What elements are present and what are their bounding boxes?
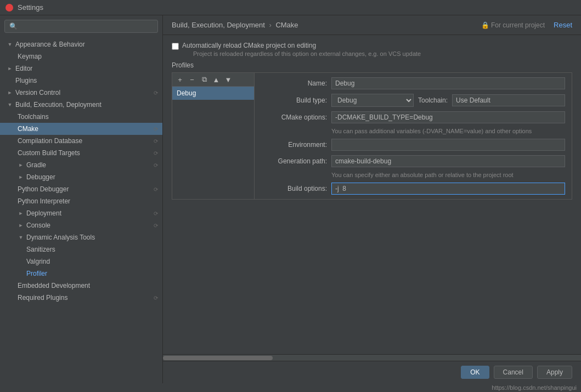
sidebar-item-label: Editor: [15, 65, 32, 72]
sidebar-item-plugins[interactable]: Plugins: [0, 75, 162, 87]
sidebar-item-custom-build[interactable]: Custom Build Targets ⟳: [0, 147, 162, 159]
profiles-section: Profiles + − ⧉ ▲ ▼: [172, 61, 572, 200]
sidebar-item-cmake[interactable]: CMake ⟳: [0, 123, 162, 135]
profile-item[interactable]: Debug: [172, 87, 254, 100]
sidebar-item-keymap[interactable]: Keymap: [0, 50, 162, 63]
sidebar-item-label: Keymap: [18, 53, 42, 60]
cmake-options-hint: You can pass additional variables (-DVAR…: [331, 128, 565, 134]
apply-button[interactable]: Apply: [537, 366, 572, 379]
environment-row: Environment:: [261, 139, 565, 151]
sidebar-item-label: Gradle: [26, 161, 46, 169]
expand-arrow: [18, 162, 24, 168]
sidebar-item-label: Python Debugger: [18, 185, 69, 193]
add-profile-button[interactable]: +: [174, 74, 185, 85]
sidebar-item-label: Profiler: [26, 270, 47, 277]
name-field[interactable]: [331, 77, 565, 89]
build-type-wrap: Debug Toolchain: Use Default: [331, 94, 565, 107]
remove-profile-button[interactable]: −: [187, 74, 198, 85]
breadcrumb-separator: ›: [269, 21, 271, 29]
status-bar: https://blog.csdn.net/shanpingui: [0, 383, 581, 392]
sidebar-item-python-debugger[interactable]: Python Debugger ⟳: [0, 183, 162, 195]
expand-arrow: [7, 41, 13, 48]
build-type-label: Build type:: [261, 96, 327, 104]
expand-arrow: [7, 101, 13, 108]
sidebar-item-profiler[interactable]: Profiler: [0, 268, 162, 280]
sidebar-item-sanitizers[interactable]: Sanitizers: [0, 243, 162, 255]
profile-form: Name: Build type: Debug Tool: [255, 73, 572, 199]
ok-button[interactable]: OK: [461, 366, 489, 379]
auto-reload-checkbox[interactable]: [172, 43, 179, 50]
name-label: Name:: [261, 79, 327, 87]
scroll-thumb: [163, 356, 273, 360]
status-url: https://blog.csdn.net/shanpingui: [492, 384, 577, 391]
sidebar-item-editor[interactable]: Editor: [0, 63, 162, 75]
cmake-options-field[interactable]: [331, 111, 565, 123]
sync-icon: ⟳: [154, 186, 158, 192]
sync-icon: ⟳: [154, 90, 158, 96]
breadcrumb-right: 🔒 For current project Reset: [481, 21, 572, 29]
cmake-options-row: CMake options:: [261, 111, 565, 123]
panel-content: Automatically reload CMake project on ed…: [163, 35, 581, 354]
move-down-button[interactable]: ▼: [223, 74, 234, 85]
content-area: Appearance & Behavior Keymap Editor Plug…: [0, 15, 581, 383]
environment-label: Environment:: [261, 141, 327, 149]
sidebar-item-dynamic-analysis[interactable]: Dynamic Analysis Tools: [0, 231, 162, 243]
bottom-bar: OK Cancel Apply: [163, 361, 581, 383]
cmake-options-label: CMake options:: [261, 113, 327, 121]
auto-reload-row: Automatically reload CMake project on ed…: [172, 42, 572, 57]
copy-profile-button[interactable]: ⧉: [199, 74, 210, 85]
close-button[interactable]: [5, 4, 13, 12]
toolchain-value: Use Default: [452, 94, 565, 106]
sidebar-item-debugger[interactable]: Debugger: [0, 171, 162, 183]
environment-field[interactable]: [331, 139, 565, 151]
sync-icon: ⟳: [154, 295, 158, 301]
expand-arrow: [18, 174, 24, 180]
title-bar: Settings: [0, 0, 581, 15]
sidebar-item-embedded[interactable]: Embedded Development: [0, 280, 162, 292]
project-note: 🔒 For current project: [481, 21, 545, 29]
cancel-button[interactable]: Cancel: [494, 366, 533, 379]
sync-icon: ⟳: [154, 162, 158, 168]
move-up-button[interactable]: ▲: [211, 74, 222, 85]
build-options-row: Build options:: [261, 183, 565, 195]
build-type-row: Build type: Debug Toolchain: Use Default: [261, 94, 565, 107]
build-options-field[interactable]: [331, 183, 565, 195]
sidebar-item-valgrind[interactable]: Valgrind: [0, 255, 162, 268]
sync-icon: ⟳: [154, 223, 158, 229]
sidebar-item-python-interpreter[interactable]: Python Interpreter: [0, 195, 162, 207]
sidebar-item-required-plugins[interactable]: Required Plugins ⟳: [0, 292, 162, 304]
profiles-title: Profiles: [172, 61, 572, 69]
sidebar-item-console[interactable]: Console ⟳: [0, 219, 162, 231]
settings-dialog: Appearance & Behavior Keymap Editor Plug…: [0, 15, 581, 392]
main-panel: Build, Execution, Deployment › CMake 🔒 F…: [163, 15, 581, 383]
sidebar-item-label: CMake: [18, 125, 38, 133]
expand-arrow: [18, 234, 24, 241]
generation-path-hint: You can specify either an absolute path …: [331, 172, 565, 178]
name-row: Name:: [261, 77, 565, 89]
auto-reload-label: Automatically reload CMake project on ed…: [182, 42, 421, 49]
sidebar-item-label: Dynamic Analysis Tools: [26, 234, 95, 241]
profiles-container: + − ⧉ ▲ ▼ Debug: [172, 72, 572, 200]
sidebar-item-label: Python Interpreter: [18, 197, 70, 205]
sidebar-item-gradle[interactable]: Gradle ⟳: [0, 159, 162, 171]
sidebar-item-label: Console: [26, 221, 50, 229]
profiles-list: Debug: [172, 87, 254, 199]
generation-path-field[interactable]: [331, 155, 565, 167]
horizontal-scrollbar[interactable]: [163, 354, 581, 361]
sidebar-item-compilation-db[interactable]: Compilation Database ⟳: [0, 135, 162, 147]
sidebar-item-toolchains[interactable]: Toolchains: [0, 111, 162, 123]
sidebar-item-version-control[interactable]: Version Control ⟳: [0, 87, 162, 99]
sync-icon: ⟳: [154, 126, 158, 132]
sidebar-item-build-exec[interactable]: Build, Execution, Deployment: [0, 99, 162, 111]
reset-button[interactable]: Reset: [554, 21, 572, 29]
profiles-list-panel: + − ⧉ ▲ ▼ Debug: [172, 73, 255, 199]
expand-arrow: [18, 222, 24, 229]
search-input[interactable]: [4, 20, 158, 33]
sidebar-item-label: Version Control: [15, 89, 60, 96]
sidebar-item-appearance[interactable]: Appearance & Behavior: [0, 38, 162, 50]
sidebar-item-deployment[interactable]: Deployment ⟳: [0, 207, 162, 219]
sync-icon: ⟳: [154, 150, 158, 156]
sidebar-item-label: Appearance & Behavior: [15, 41, 85, 48]
breadcrumb-path: Build, Execution, Deployment: [172, 21, 265, 29]
build-type-select[interactable]: Debug: [331, 94, 414, 107]
